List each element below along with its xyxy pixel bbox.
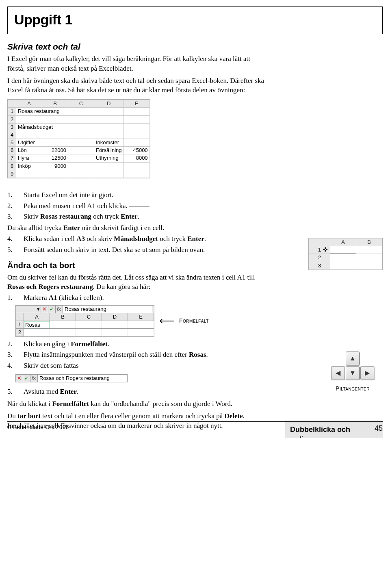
cursor-icon: ✜ [323, 246, 328, 254]
col-header: B [42, 100, 68, 108]
name-box-dropdown: ▾ [16, 306, 41, 313]
list-item: 2.Klicka en gång i Formelfältet. [15, 339, 267, 349]
formula-bar-2: ✕ ✓ fⅹ Rosas och Rogers restaurang [15, 374, 128, 382]
cancel-icon: ✕ [41, 306, 48, 313]
para-edit: Om du skriver fel kan du förstås rätta d… [7, 273, 267, 292]
list-item: 5.Fortsätt sedan och skriv in text. Det … [15, 245, 267, 255]
list-item: 3.Flytta insättningspunkten med vänsterp… [15, 350, 267, 360]
intro-para-2: I den här övningen ska du skriva både te… [7, 76, 267, 95]
down-arrow-key: ▼ [346, 366, 360, 380]
steps-list-2b: 2.Klicka en gång i Formelfältet. 3.Flytt… [7, 339, 267, 371]
fx-icon: fⅹ [56, 306, 63, 313]
formula-text-2: Rosas och Rogers restaurang [38, 375, 127, 382]
excel-grid: A B C D E 1Rosas restaurang 2 3Månadsbud… [8, 100, 150, 178]
steps-list-2c: 5.Avsluta med Enter. [7, 387, 267, 397]
right-arrow-key: ▶ [360, 366, 374, 380]
left-arrow-key: ◀ [331, 366, 345, 380]
list-item: 3.Skriv Rosas restaurang och tryck Enter… [15, 212, 267, 221]
section-heading-1: Skriva text och tal [7, 41, 267, 52]
page-footer: © Behandlade Ord 2006 45 [7, 421, 383, 434]
formula-bar-illustration: ▾ ✕ ✓ fⅹ Rosas restaurang A B C D E 1 Ro… [15, 305, 267, 337]
mid-note: Du ska alltid trycka Enter när du skrivi… [7, 223, 267, 233]
fx-icon: fⅹ [30, 375, 38, 382]
footer-copyright: © Behandlade Ord 2006 [7, 423, 69, 434]
arrow-left-icon: ⟵ [159, 314, 174, 328]
section-heading-2: Ändra och ta bort [7, 260, 267, 271]
list-item: 4.Klicka sedan i cell A3 och skriv Månad… [15, 234, 267, 244]
intro-para-1: I Excel gör man ofta kalkyler, det vill … [7, 54, 267, 74]
title-box: Uppgift 1 [7, 7, 383, 34]
col-header: A [16, 100, 42, 108]
accept-icon: ✓ [23, 375, 30, 382]
para-after: När du klickat i Formelfältet kan du "or… [7, 399, 267, 409]
list-item: 1.Starta Excel om det inte är gjort. [15, 190, 267, 200]
steps-list-2a: 1.Markera A1 (klicka i cellen). [7, 293, 267, 303]
col-header: E [124, 100, 150, 108]
up-arrow-key: ▲ [346, 351, 360, 365]
formula-bar-label: Formelfält [179, 317, 209, 325]
arrow-keys-label: Piltangenter [331, 385, 375, 393]
list-item: 5.Avsluta med Enter. [15, 387, 267, 397]
steps-list-1b: 4.Klicka sedan i cell A3 och skriv Månad… [7, 234, 267, 255]
excel-table-1: A B C D E 1Rosas restaurang 2 3Månadsbud… [7, 99, 150, 178]
arrow-keys-illustration: ▲ ◀ ▼ ▶ Piltangenter [331, 351, 375, 393]
page-title: Uppgift 1 [14, 10, 376, 30]
list-item: 2.Peka med musen i cell A1 och klicka. [15, 201, 267, 211]
col-header: C [68, 100, 94, 108]
col-header: D [94, 100, 124, 108]
cancel-icon: ✕ [16, 375, 23, 382]
mini-grid-illustration: AB 1 2 3 ✜ [308, 238, 383, 273]
accept-icon: ✓ [48, 306, 56, 313]
formula-text: Rosas restaurang [63, 306, 152, 313]
list-item: 4.Skriv det som fattas [15, 361, 267, 371]
steps-list-1: 1.Starta Excel om det inte är gjort. 2.P… [7, 190, 267, 221]
page-number: 45 [375, 423, 383, 434]
list-item: 1.Markera A1 (klicka i cellen). [15, 293, 267, 303]
